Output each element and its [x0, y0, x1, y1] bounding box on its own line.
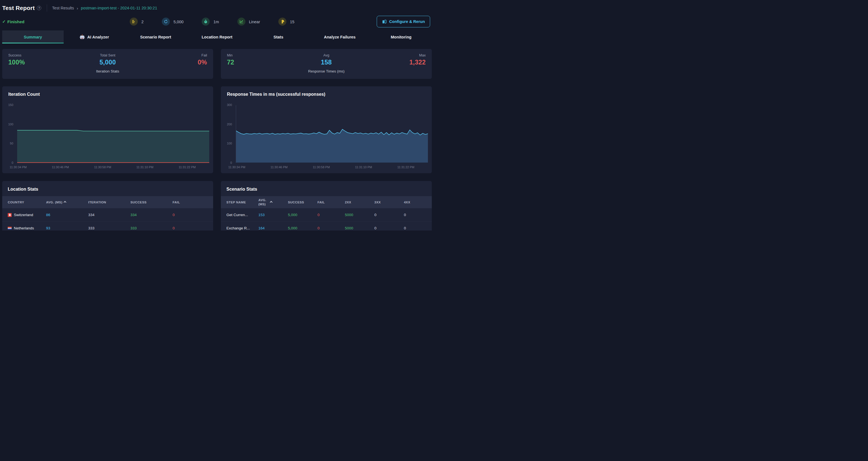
avg-ms-cell: 153: [257, 213, 286, 217]
metric-locations: 15: [278, 18, 294, 26]
header-divider: [47, 4, 47, 11]
step-name-cell: Get Curren...: [221, 213, 257, 217]
col-avg-ms[interactable]: AVG. (MS): [257, 198, 286, 206]
netherlands-flag-icon: [8, 226, 12, 230]
iteration-stats-caption: Iteration Stats: [8, 69, 207, 73]
summary-cards-row: Success 100% Total Sent 5,000 Fail 0% It…: [2, 49, 432, 79]
test-metrics: 2 5,000 1m Linear: [130, 18, 294, 26]
tab-monitoring[interactable]: Monitoring: [370, 30, 432, 43]
col-3xx[interactable]: 3XX: [373, 201, 402, 204]
configure-rerun-button[interactable]: Configure & Rerun: [377, 16, 430, 27]
col-step-name[interactable]: STEP NAME: [221, 201, 257, 204]
metric-iterations: 5,000: [162, 18, 184, 26]
step-name-cell: Exchange R...: [221, 226, 257, 230]
col-4xx[interactable]: 4XX: [402, 201, 432, 204]
location-stats-card: Location Stats COUNTRY AVG. (MS) ITERATI…: [2, 181, 213, 230]
status-row: ✓ Finished 2 5,000 1m: [2, 15, 432, 28]
charts-row: Iteration Count 050100150 11:30:34 PM11:…: [2, 86, 432, 173]
avg-label: Avg: [293, 53, 359, 57]
col-country[interactable]: COUNTRY: [2, 201, 44, 204]
col-success[interactable]: SUCCESS: [129, 201, 171, 204]
tab-analyze-failures[interactable]: Analyze Failures: [309, 30, 371, 43]
col-fail[interactable]: FAIL: [171, 201, 213, 204]
tab-stats[interactable]: Stats: [248, 30, 309, 43]
table-row[interactable]: Switzerland 86 334 334 0: [2, 208, 213, 221]
x-tick-label: 11:31:10 PM: [355, 165, 372, 169]
fail-label: Fail: [141, 53, 207, 57]
steps-chart-icon: [130, 18, 138, 26]
check-icon: ✓: [2, 19, 6, 24]
col-2xx[interactable]: 2XX: [343, 201, 373, 204]
col-avg-ms[interactable]: AVG. (MS): [44, 201, 86, 204]
table-row[interactable]: Exchange R... 164 5,000 0 5000 0 0: [221, 221, 432, 230]
sort-asc-icon: [270, 201, 272, 204]
chevron-right-icon: ›: [77, 6, 78, 10]
max-value: 1,322: [360, 59, 426, 66]
col-iteration[interactable]: ITERATION: [87, 201, 129, 204]
table-row[interactable]: Get Curren... 153 5,000 0 5000 0 0: [221, 208, 432, 221]
avg-ms-cell: 93: [44, 226, 86, 230]
y-tick-label: 150: [4, 103, 13, 106]
iteration-count-plot: [17, 105, 209, 163]
stopwatch-icon: [202, 18, 210, 26]
help-icon[interactable]: ?: [37, 6, 41, 10]
4xx-cell: 0: [402, 226, 432, 230]
response-times-chart-card: Response Times in ms (successful respons…: [221, 86, 432, 173]
tab-analyze-failures-label: Analyze Failures: [324, 35, 355, 39]
col-success[interactable]: SUCCESS: [286, 201, 316, 204]
min-label: Min: [227, 53, 293, 57]
success-cell: 333: [129, 226, 171, 230]
x-tick-label: 11:30:34 PM: [10, 165, 27, 169]
sort-asc-icon: [64, 201, 66, 204]
header: Test Report ? Test Results › postman-imp…: [2, 0, 432, 14]
tab-ai-analyzer[interactable]: AI Analyzer: [64, 30, 125, 43]
metric-scenario-steps-value: 2: [142, 19, 144, 24]
2xx-cell: 5000: [343, 226, 373, 230]
success-cell: 5,000: [286, 213, 316, 217]
location-stats-header: COUNTRY AVG. (MS) ITERATION SUCCESS FAIL: [2, 196, 213, 208]
metric-iterations-value: 5,000: [174, 19, 184, 24]
response-times-chart-title: Response Times in ms (successful respons…: [225, 92, 428, 97]
x-tick-label: 11:30:46 PM: [52, 165, 69, 169]
country-cell: Netherlands: [14, 226, 34, 230]
tables-row: Location Stats COUNTRY AVG. (MS) ITERATI…: [2, 181, 432, 230]
tab-summary[interactable]: Summary: [2, 30, 64, 43]
y-tick-label: 0: [4, 161, 13, 164]
scenario-stats-card: Scenario Stats STEP NAME AVG. (MS) SUCCE…: [221, 181, 432, 230]
status-label: Finished: [7, 19, 25, 24]
configure-rerun-label: Configure & Rerun: [389, 19, 425, 24]
x-axis: 11:30:34 PM11:30:46 PM11:30:58 PM11:31:1…: [236, 165, 428, 171]
avg-value: 158: [293, 59, 359, 66]
max-label: Max: [360, 53, 426, 57]
scenario-stats-title: Scenario Stats: [221, 181, 432, 196]
avg-ms-cell: 86: [44, 213, 86, 217]
col-fail[interactable]: FAIL: [316, 201, 343, 204]
x-tick-label: 11:31:22 PM: [179, 165, 196, 169]
x-tick-label: 11:30:34 PM: [228, 165, 246, 169]
response-times-card: Min 72 Avg 158 Max 1,322 Response Times …: [221, 49, 432, 79]
tab-scenario-report[interactable]: Scenario Report: [125, 30, 186, 43]
tab-summary-label: Summary: [24, 35, 42, 39]
success-label: Success: [8, 53, 74, 57]
4xx-cell: 0: [402, 213, 432, 217]
configure-icon: [382, 19, 387, 24]
breadcrumb-current-test[interactable]: postman-import-test - 2024-01-11 20:30:2…: [81, 6, 157, 10]
metric-duration: 1m: [202, 18, 219, 26]
iteration-cell: 333: [87, 226, 129, 230]
line-chart-icon: [237, 18, 245, 26]
col-avg-ms-label: AVG. (MS): [258, 198, 269, 206]
metric-scenario-steps: 2: [130, 18, 144, 26]
tab-location-report[interactable]: Location Report: [186, 30, 248, 43]
page-title: Test Report: [2, 5, 35, 11]
fail-value: 0%: [141, 59, 207, 66]
y-axis: 050100150: [6, 105, 16, 163]
min-value: 72: [227, 59, 293, 66]
y-axis: 0100200300: [225, 105, 234, 163]
table-row[interactable]: Netherlands 93 333 333 0: [2, 221, 213, 230]
breadcrumb-test-results[interactable]: Test Results: [52, 6, 74, 10]
3xx-cell: 0: [373, 213, 402, 217]
x-tick-label: 11:30:58 PM: [94, 165, 111, 169]
metric-load-type: Linear: [237, 18, 260, 26]
tab-ai-analyzer-label: AI Analyzer: [87, 35, 109, 39]
y-tick-label: 50: [4, 142, 13, 145]
